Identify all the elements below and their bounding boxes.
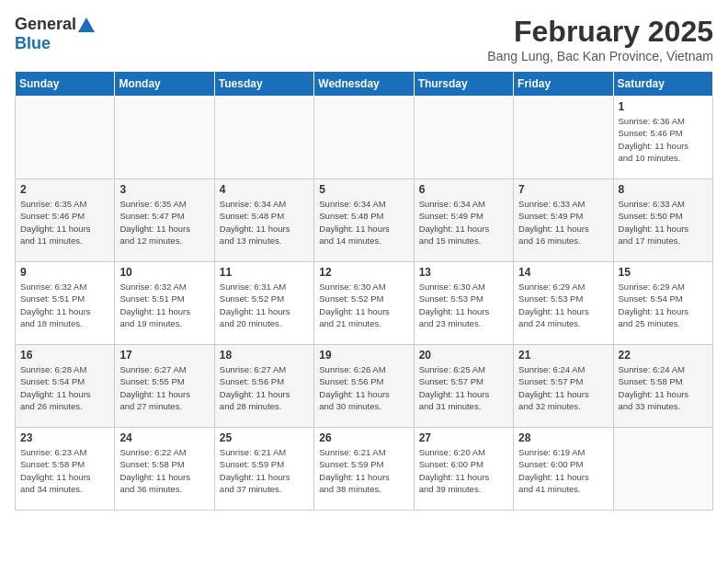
page-header: General Blue February 2025 Bang Lung, Ba… bbox=[15, 15, 713, 63]
day-number: 3 bbox=[119, 183, 209, 196]
title-area: February 2025 Bang Lung, Bac Kan Provinc… bbox=[487, 15, 713, 63]
cell-info: Sunrise: 6:27 AM Sunset: 5:56 PM Dayligh… bbox=[220, 363, 309, 412]
calendar-cell: 13Sunrise: 6:30 AM Sunset: 5:53 PM Dayli… bbox=[414, 262, 513, 345]
calendar-cell: 21Sunrise: 6:24 AM Sunset: 5:57 PM Dayli… bbox=[514, 345, 613, 428]
cell-info: Sunrise: 6:32 AM Sunset: 5:51 PM Dayligh… bbox=[20, 281, 109, 329]
calendar-cell: 14Sunrise: 6:29 AM Sunset: 5:53 PM Dayli… bbox=[514, 262, 613, 345]
calendar-body: 1Sunrise: 6:36 AM Sunset: 5:46 PM Daylig… bbox=[16, 97, 713, 511]
day-number: 4 bbox=[220, 183, 309, 196]
day-number: 7 bbox=[518, 183, 608, 196]
day-number: 26 bbox=[319, 431, 408, 444]
cell-info: Sunrise: 6:20 AM Sunset: 6:00 PM Dayligh… bbox=[419, 446, 508, 495]
day-number: 16 bbox=[20, 349, 109, 362]
day-number: 23 bbox=[20, 431, 109, 444]
cell-info: Sunrise: 6:28 AM Sunset: 5:54 PM Dayligh… bbox=[20, 363, 109, 412]
calendar-cell bbox=[414, 97, 513, 179]
day-number: 19 bbox=[319, 349, 408, 362]
week-row-1: 1Sunrise: 6:36 AM Sunset: 5:46 PM Daylig… bbox=[16, 97, 713, 179]
day-number: 13 bbox=[419, 266, 508, 279]
location-title: Bang Lung, Bac Kan Province, Vietnam bbox=[487, 49, 713, 63]
calendar-cell: 24Sunrise: 6:22 AM Sunset: 5:58 PM Dayli… bbox=[115, 428, 214, 511]
calendar-cell: 26Sunrise: 6:21 AM Sunset: 5:59 PM Dayli… bbox=[314, 428, 414, 511]
calendar-cell: 20Sunrise: 6:25 AM Sunset: 5:57 PM Dayli… bbox=[414, 345, 513, 428]
calendar-cell: 8Sunrise: 6:33 AM Sunset: 5:50 PM Daylig… bbox=[613, 179, 712, 262]
day-number: 1 bbox=[619, 100, 708, 113]
calendar-cell bbox=[16, 97, 115, 179]
calendar-cell: 27Sunrise: 6:20 AM Sunset: 6:00 PM Dayli… bbox=[414, 428, 513, 511]
logo-general: General bbox=[15, 15, 76, 34]
calendar-cell: 19Sunrise: 6:26 AM Sunset: 5:56 PM Dayli… bbox=[314, 345, 414, 428]
calendar-cell bbox=[214, 97, 313, 179]
week-row-4: 16Sunrise: 6:28 AM Sunset: 5:54 PM Dayli… bbox=[16, 345, 713, 428]
cell-info: Sunrise: 6:25 AM Sunset: 5:57 PM Dayligh… bbox=[419, 363, 508, 412]
cell-info: Sunrise: 6:32 AM Sunset: 5:51 PM Dayligh… bbox=[119, 281, 209, 329]
day-number: 6 bbox=[419, 183, 508, 196]
cell-info: Sunrise: 6:29 AM Sunset: 5:53 PM Dayligh… bbox=[518, 281, 608, 329]
day-number: 11 bbox=[220, 266, 309, 279]
cell-info: Sunrise: 6:35 AM Sunset: 5:47 PM Dayligh… bbox=[119, 198, 209, 247]
calendar-cell: 11Sunrise: 6:31 AM Sunset: 5:52 PM Dayli… bbox=[214, 262, 313, 345]
logo: General Blue bbox=[15, 15, 95, 53]
cell-info: Sunrise: 6:26 AM Sunset: 5:56 PM Dayligh… bbox=[319, 363, 408, 412]
cell-info: Sunrise: 6:33 AM Sunset: 5:50 PM Dayligh… bbox=[619, 198, 708, 247]
calendar-cell: 5Sunrise: 6:34 AM Sunset: 5:48 PM Daylig… bbox=[314, 179, 414, 262]
day-number: 22 bbox=[619, 349, 708, 362]
calendar-cell bbox=[314, 97, 414, 179]
calendar-cell: 17Sunrise: 6:27 AM Sunset: 5:55 PM Dayli… bbox=[115, 345, 214, 428]
day-number: 12 bbox=[319, 266, 408, 279]
weekday-sunday: Sunday bbox=[16, 72, 115, 97]
weekday-thursday: Thursday bbox=[414, 72, 513, 97]
cell-info: Sunrise: 6:21 AM Sunset: 5:59 PM Dayligh… bbox=[220, 446, 309, 495]
cell-info: Sunrise: 6:36 AM Sunset: 5:46 PM Dayligh… bbox=[619, 115, 708, 164]
calendar-cell: 2Sunrise: 6:35 AM Sunset: 5:46 PM Daylig… bbox=[16, 179, 115, 262]
cell-info: Sunrise: 6:34 AM Sunset: 5:49 PM Dayligh… bbox=[419, 198, 508, 247]
calendar-cell: 23Sunrise: 6:23 AM Sunset: 5:58 PM Dayli… bbox=[16, 428, 115, 511]
logo-blue: Blue bbox=[15, 34, 51, 52]
day-number: 24 bbox=[119, 431, 209, 444]
day-number: 21 bbox=[518, 349, 608, 362]
cell-info: Sunrise: 6:21 AM Sunset: 5:59 PM Dayligh… bbox=[319, 446, 408, 495]
month-title: February 2025 bbox=[487, 15, 713, 49]
calendar-cell: 3Sunrise: 6:35 AM Sunset: 5:47 PM Daylig… bbox=[115, 179, 214, 262]
day-number: 28 bbox=[518, 431, 608, 444]
svg-marker-0 bbox=[78, 17, 95, 32]
calendar-cell: 4Sunrise: 6:34 AM Sunset: 5:48 PM Daylig… bbox=[214, 179, 313, 262]
cell-info: Sunrise: 6:24 AM Sunset: 5:58 PM Dayligh… bbox=[619, 363, 708, 412]
cell-info: Sunrise: 6:33 AM Sunset: 5:49 PM Dayligh… bbox=[518, 198, 608, 247]
day-number: 8 bbox=[619, 183, 708, 196]
cell-info: Sunrise: 6:35 AM Sunset: 5:46 PM Dayligh… bbox=[20, 198, 109, 247]
logo-icon bbox=[78, 17, 95, 32]
cell-info: Sunrise: 6:23 AM Sunset: 5:58 PM Dayligh… bbox=[20, 446, 109, 495]
cell-info: Sunrise: 6:30 AM Sunset: 5:53 PM Dayligh… bbox=[419, 281, 508, 329]
day-number: 2 bbox=[20, 183, 109, 196]
day-number: 9 bbox=[20, 266, 109, 279]
cell-info: Sunrise: 6:30 AM Sunset: 5:52 PM Dayligh… bbox=[319, 281, 408, 329]
calendar-cell: 10Sunrise: 6:32 AM Sunset: 5:51 PM Dayli… bbox=[115, 262, 214, 345]
calendar-cell: 28Sunrise: 6:19 AM Sunset: 6:00 PM Dayli… bbox=[514, 428, 613, 511]
calendar-cell: 7Sunrise: 6:33 AM Sunset: 5:49 PM Daylig… bbox=[514, 179, 613, 262]
calendar-table: SundayMondayTuesdayWednesdayThursdayFrid… bbox=[15, 71, 713, 511]
calendar-cell bbox=[613, 428, 712, 511]
weekday-wednesday: Wednesday bbox=[314, 72, 414, 97]
day-number: 18 bbox=[220, 349, 309, 362]
cell-info: Sunrise: 6:19 AM Sunset: 6:00 PM Dayligh… bbox=[518, 446, 608, 495]
day-number: 20 bbox=[419, 349, 508, 362]
day-number: 5 bbox=[319, 183, 408, 196]
cell-info: Sunrise: 6:29 AM Sunset: 5:54 PM Dayligh… bbox=[619, 281, 708, 329]
day-number: 14 bbox=[518, 266, 608, 279]
calendar-cell: 16Sunrise: 6:28 AM Sunset: 5:54 PM Dayli… bbox=[16, 345, 115, 428]
week-row-2: 2Sunrise: 6:35 AM Sunset: 5:46 PM Daylig… bbox=[16, 179, 713, 262]
day-number: 25 bbox=[220, 431, 309, 444]
cell-info: Sunrise: 6:27 AM Sunset: 5:55 PM Dayligh… bbox=[119, 363, 209, 412]
calendar-cell: 25Sunrise: 6:21 AM Sunset: 5:59 PM Dayli… bbox=[214, 428, 313, 511]
weekday-tuesday: Tuesday bbox=[214, 72, 313, 97]
calendar-cell: 18Sunrise: 6:27 AM Sunset: 5:56 PM Dayli… bbox=[214, 345, 313, 428]
calendar-cell bbox=[115, 97, 214, 179]
calendar-cell bbox=[514, 97, 613, 179]
week-row-5: 23Sunrise: 6:23 AM Sunset: 5:58 PM Dayli… bbox=[16, 428, 713, 511]
weekday-saturday: Saturday bbox=[613, 72, 712, 97]
cell-info: Sunrise: 6:24 AM Sunset: 5:57 PM Dayligh… bbox=[518, 363, 608, 412]
calendar-cell: 22Sunrise: 6:24 AM Sunset: 5:58 PM Dayli… bbox=[613, 345, 712, 428]
cell-info: Sunrise: 6:22 AM Sunset: 5:58 PM Dayligh… bbox=[119, 446, 209, 495]
weekday-friday: Friday bbox=[514, 72, 613, 97]
